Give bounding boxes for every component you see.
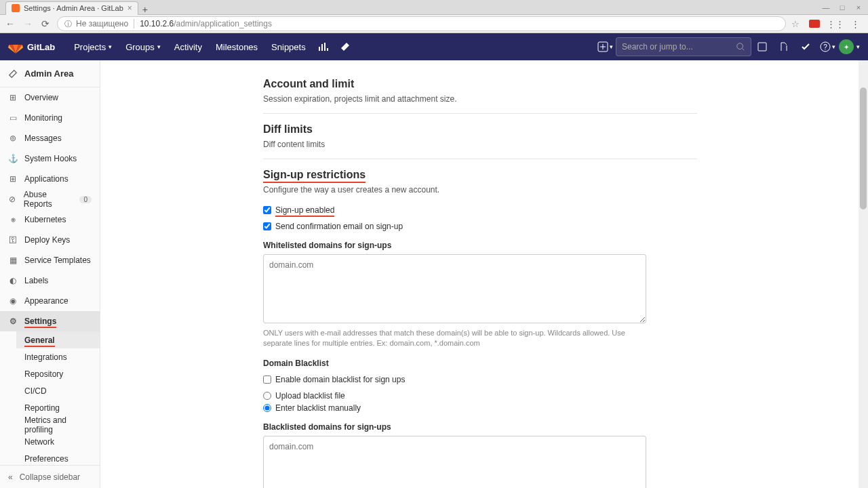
section-title: Sign-up restrictions bbox=[263, 169, 439, 181]
sidebar-item-system-hooks[interactable]: ⚓System Hooks bbox=[0, 148, 100, 169]
key-icon: ⚿ bbox=[8, 235, 18, 245]
radio-input[interactable] bbox=[263, 404, 271, 412]
back-button[interactable]: ← bbox=[4, 18, 16, 29]
url-input[interactable]: ⓘ Не защищено 10.10.2.6/admin/applicatio… bbox=[57, 16, 786, 31]
sidebar-sub-metrics[interactable]: Metrics and profiling bbox=[16, 416, 100, 433]
nav-projects[interactable]: Projects▾ bbox=[67, 33, 119, 60]
sidebar-sub-general[interactable]: General bbox=[16, 331, 100, 348]
whitelist-help: ONLY users with e-mail addresses that ma… bbox=[263, 328, 646, 349]
section-diff-limits: Diff limits Diff content limits Expand bbox=[263, 114, 697, 159]
section-title: Diff limits bbox=[263, 123, 325, 136]
forward-button[interactable]: → bbox=[22, 18, 34, 29]
user-menu[interactable]: ✦▾ bbox=[838, 33, 860, 60]
sidebar-sub-repository[interactable]: Repository bbox=[16, 365, 100, 382]
window-controls: — □ × bbox=[822, 3, 863, 12]
merge-requests-icon[interactable] bbox=[773, 33, 795, 60]
radio-input[interactable] bbox=[263, 392, 271, 400]
whitelist-textarea[interactable] bbox=[263, 254, 646, 323]
todos-icon[interactable] bbox=[795, 33, 816, 60]
sidebar-item-applications[interactable]: ⊞Applications bbox=[0, 169, 100, 189]
info-icon: ⓘ bbox=[64, 19, 72, 29]
tab-title: Settings · Admin Area · GitLab bbox=[24, 4, 123, 12]
checkbox-input[interactable] bbox=[263, 375, 271, 384]
sidebar-item-deploy-keys[interactable]: ⚿Deploy Keys bbox=[0, 230, 100, 250]
broadcast-icon: ⊚ bbox=[8, 134, 18, 143]
close-tab-icon[interactable]: × bbox=[127, 3, 132, 13]
search-input[interactable] bbox=[622, 42, 736, 52]
section-title: Account and limit bbox=[263, 78, 456, 90]
radio-upload-file[interactable]: Upload blacklist file bbox=[263, 391, 697, 401]
sidebar: Admin Area ⊞Overview ▭Monitoring ⊚Messag… bbox=[0, 60, 100, 488]
sidebar-item-messages[interactable]: ⊚Messages bbox=[0, 128, 100, 148]
section-desc: Session expiration, projects limit and a… bbox=[263, 94, 456, 104]
url-text: 10.10.2.6/admin/application_settings bbox=[140, 19, 272, 28]
blacklist-textarea[interactable] bbox=[263, 436, 646, 488]
help-icon[interactable]: ?▾ bbox=[816, 33, 838, 60]
nav-snippets[interactable]: Snippets bbox=[264, 33, 313, 60]
label-icon: ◐ bbox=[8, 276, 18, 285]
sidebar-item-labels[interactable]: ◐Labels bbox=[0, 270, 100, 291]
sidebar-item-service-templates[interactable]: ▦Service Templates bbox=[0, 250, 100, 270]
extensions-icon[interactable]: ⋮⋮ bbox=[827, 19, 844, 29]
collapse-icon: « bbox=[8, 472, 13, 482]
sidebar-item-kubernetes[interactable]: ⎈Kubernetes bbox=[0, 209, 100, 230]
sidebar-sub-cicd[interactable]: CI/CD bbox=[16, 382, 100, 399]
sidebar-sub-integrations[interactable]: Integrations bbox=[16, 348, 100, 365]
maximize-button[interactable]: □ bbox=[838, 3, 846, 12]
browser-menu-icon[interactable]: ⋮ bbox=[851, 19, 860, 29]
sidebar-item-monitoring[interactable]: ▭Monitoring bbox=[0, 108, 100, 128]
gear-icon: ⚙ bbox=[8, 317, 18, 326]
badge: 0 bbox=[79, 196, 92, 203]
blacklist-title: Domain Blacklist bbox=[263, 359, 697, 368]
checkbox-signup-enabled[interactable]: Sign-up enabled bbox=[263, 205, 697, 215]
sidebar-sub-network[interactable]: Network bbox=[16, 433, 100, 450]
search-icon bbox=[736, 42, 745, 52]
apps-icon: ⊞ bbox=[8, 174, 18, 184]
checkbox-input[interactable] bbox=[263, 222, 271, 230]
favicon-icon bbox=[12, 4, 20, 12]
scrollbar[interactable] bbox=[859, 60, 868, 488]
browser-tab[interactable]: Settings · Admin Area · GitLab × bbox=[5, 1, 138, 15]
checkbox-enable-blacklist[interactable]: Enable domain blacklist for sign ups bbox=[263, 375, 697, 384]
section-desc: Configure the way a user creates a new a… bbox=[263, 185, 439, 195]
reload-button[interactable]: ⟳ bbox=[39, 18, 52, 29]
gitlab-logo[interactable]: GitLab bbox=[8, 39, 55, 54]
sidebar-sub-reporting[interactable]: Reporting bbox=[16, 399, 100, 416]
checkbox-confirmation-email[interactable]: Send confirmation email on sign-up bbox=[263, 222, 697, 231]
nav-activity[interactable]: Activity bbox=[167, 33, 209, 60]
wrench-icon bbox=[8, 69, 18, 79]
sidebar-header[interactable]: Admin Area bbox=[0, 60, 100, 87]
nav-monitor-icon[interactable] bbox=[313, 33, 334, 60]
radio-enter-manually[interactable]: Enter blacklist manually bbox=[263, 403, 697, 413]
section-account-limit: Account and limit Session expiration, pr… bbox=[263, 68, 697, 114]
sidebar-item-abuse-reports[interactable]: ⊘Abuse Reports0 bbox=[0, 189, 100, 209]
bookmark-icon[interactable]: ☆ bbox=[791, 19, 800, 29]
section-signup-restrictions: Sign-up restrictions Configure the way a… bbox=[263, 159, 697, 488]
new-item-button[interactable]: ▾ bbox=[594, 33, 616, 60]
monitor-icon: ▭ bbox=[8, 113, 18, 123]
grid-icon: ⊞ bbox=[8, 93, 18, 102]
collapse-sidebar-button[interactable]: « Collapse sidebar bbox=[0, 465, 100, 488]
sidebar-item-settings[interactable]: ⚙Settings bbox=[0, 311, 100, 331]
content-area: Account and limit Session expiration, pr… bbox=[100, 60, 868, 488]
nav-admin-icon[interactable] bbox=[334, 33, 356, 60]
appearance-icon: ◉ bbox=[8, 296, 18, 306]
abuse-icon: ⊘ bbox=[8, 195, 17, 204]
gitlab-header: GitLab Projects▾ Groups▾ Activity Milest… bbox=[0, 33, 868, 60]
scrollbar-thumb[interactable] bbox=[860, 87, 867, 209]
sidebar-item-overview[interactable]: ⊞Overview bbox=[0, 87, 100, 108]
minimize-button[interactable]: — bbox=[822, 3, 830, 12]
security-warning: Не защищено bbox=[76, 19, 128, 28]
checkbox-input[interactable] bbox=[263, 206, 271, 214]
sidebar-item-appearance[interactable]: ◉Appearance bbox=[0, 291, 100, 311]
close-window-button[interactable]: × bbox=[854, 3, 863, 12]
sidebar-sub-preferences[interactable]: Preferences bbox=[16, 450, 100, 465]
template-icon: ▦ bbox=[8, 256, 18, 265]
gmail-extension-icon[interactable] bbox=[809, 20, 820, 28]
nav-milestones[interactable]: Milestones bbox=[209, 33, 264, 60]
search-box[interactable] bbox=[616, 37, 751, 56]
browser-tab-strip: Settings · Admin Area · GitLab × + — □ × bbox=[0, 0, 868, 15]
new-tab-button[interactable]: + bbox=[138, 4, 152, 15]
issues-icon[interactable] bbox=[751, 33, 773, 60]
nav-groups[interactable]: Groups▾ bbox=[119, 33, 167, 60]
